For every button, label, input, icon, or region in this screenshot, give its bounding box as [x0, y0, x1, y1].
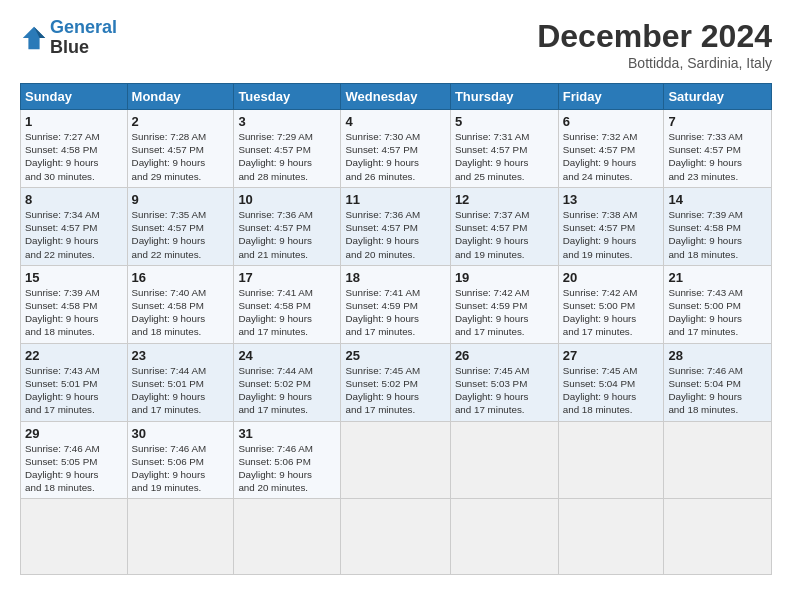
calendar-day-cell: 17Sunrise: 7:41 AM Sunset: 4:58 PM Dayli… — [234, 265, 341, 343]
day-number: 21 — [668, 270, 767, 285]
day-detail: Sunrise: 7:45 AM Sunset: 5:04 PM Dayligh… — [563, 364, 660, 417]
calendar-day-cell: 6Sunrise: 7:32 AM Sunset: 4:57 PM Daylig… — [558, 110, 664, 188]
logo-icon — [20, 24, 48, 52]
day-detail: Sunrise: 7:42 AM Sunset: 5:00 PM Dayligh… — [563, 286, 660, 339]
calendar-day-cell: 4Sunrise: 7:30 AM Sunset: 4:57 PM Daylig… — [341, 110, 450, 188]
logo: General Blue — [20, 18, 117, 58]
day-detail: Sunrise: 7:39 AM Sunset: 4:58 PM Dayligh… — [25, 286, 123, 339]
day-number: 22 — [25, 348, 123, 363]
day-number: 24 — [238, 348, 336, 363]
day-number: 29 — [25, 426, 123, 441]
day-number: 14 — [668, 192, 767, 207]
calendar-day-cell: 10Sunrise: 7:36 AM Sunset: 4:57 PM Dayli… — [234, 187, 341, 265]
day-detail: Sunrise: 7:34 AM Sunset: 4:57 PM Dayligh… — [25, 208, 123, 261]
day-detail: Sunrise: 7:41 AM Sunset: 4:58 PM Dayligh… — [238, 286, 336, 339]
day-number: 25 — [345, 348, 445, 363]
day-detail: Sunrise: 7:40 AM Sunset: 4:58 PM Dayligh… — [132, 286, 230, 339]
col-sunday: Sunday — [21, 84, 128, 110]
day-number: 9 — [132, 192, 230, 207]
day-detail: Sunrise: 7:38 AM Sunset: 4:57 PM Dayligh… — [563, 208, 660, 261]
day-detail: Sunrise: 7:29 AM Sunset: 4:57 PM Dayligh… — [238, 130, 336, 183]
calendar-header-row: Sunday Monday Tuesday Wednesday Thursday… — [21, 84, 772, 110]
calendar-day-cell: 20Sunrise: 7:42 AM Sunset: 5:00 PM Dayli… — [558, 265, 664, 343]
col-saturday: Saturday — [664, 84, 772, 110]
calendar-day-cell: 21Sunrise: 7:43 AM Sunset: 5:00 PM Dayli… — [664, 265, 772, 343]
day-detail: Sunrise: 7:43 AM Sunset: 5:01 PM Dayligh… — [25, 364, 123, 417]
page-container: General Blue December 2024 Bottidda, Sar… — [0, 0, 792, 585]
col-tuesday: Tuesday — [234, 84, 341, 110]
col-wednesday: Wednesday — [341, 84, 450, 110]
day-number: 7 — [668, 114, 767, 129]
day-number: 19 — [455, 270, 554, 285]
day-number: 20 — [563, 270, 660, 285]
day-detail: Sunrise: 7:36 AM Sunset: 4:57 PM Dayligh… — [345, 208, 445, 261]
calendar-day-cell: 16Sunrise: 7:40 AM Sunset: 4:58 PM Dayli… — [127, 265, 234, 343]
day-number: 31 — [238, 426, 336, 441]
calendar-day-cell: 7Sunrise: 7:33 AM Sunset: 4:57 PM Daylig… — [664, 110, 772, 188]
calendar-day-cell — [127, 499, 234, 575]
col-friday: Friday — [558, 84, 664, 110]
day-number: 13 — [563, 192, 660, 207]
day-detail: Sunrise: 7:46 AM Sunset: 5:06 PM Dayligh… — [238, 442, 336, 495]
day-detail: Sunrise: 7:43 AM Sunset: 5:00 PM Dayligh… — [668, 286, 767, 339]
logo-line1: General — [50, 17, 117, 37]
calendar-day-cell: 9Sunrise: 7:35 AM Sunset: 4:57 PM Daylig… — [127, 187, 234, 265]
day-number: 10 — [238, 192, 336, 207]
calendar-table: Sunday Monday Tuesday Wednesday Thursday… — [20, 83, 772, 575]
day-detail: Sunrise: 7:28 AM Sunset: 4:57 PM Dayligh… — [132, 130, 230, 183]
calendar-week-row: 8Sunrise: 7:34 AM Sunset: 4:57 PM Daylig… — [21, 187, 772, 265]
logo-line2: Blue — [50, 38, 117, 58]
calendar-day-cell: 8Sunrise: 7:34 AM Sunset: 4:57 PM Daylig… — [21, 187, 128, 265]
day-detail: Sunrise: 7:44 AM Sunset: 5:01 PM Dayligh… — [132, 364, 230, 417]
calendar-day-cell: 23Sunrise: 7:44 AM Sunset: 5:01 PM Dayli… — [127, 343, 234, 421]
calendar-day-cell — [21, 499, 128, 575]
calendar-day-cell — [664, 499, 772, 575]
day-detail: Sunrise: 7:42 AM Sunset: 4:59 PM Dayligh… — [455, 286, 554, 339]
day-detail: Sunrise: 7:33 AM Sunset: 4:57 PM Dayligh… — [668, 130, 767, 183]
calendar-day-cell: 25Sunrise: 7:45 AM Sunset: 5:02 PM Dayli… — [341, 343, 450, 421]
day-number: 4 — [345, 114, 445, 129]
day-number: 23 — [132, 348, 230, 363]
day-detail: Sunrise: 7:41 AM Sunset: 4:59 PM Dayligh… — [345, 286, 445, 339]
col-thursday: Thursday — [450, 84, 558, 110]
day-number: 27 — [563, 348, 660, 363]
day-number: 1 — [25, 114, 123, 129]
calendar-day-cell: 19Sunrise: 7:42 AM Sunset: 4:59 PM Dayli… — [450, 265, 558, 343]
calendar-day-cell — [558, 499, 664, 575]
calendar-day-cell: 2Sunrise: 7:28 AM Sunset: 4:57 PM Daylig… — [127, 110, 234, 188]
day-number: 30 — [132, 426, 230, 441]
day-detail: Sunrise: 7:31 AM Sunset: 4:57 PM Dayligh… — [455, 130, 554, 183]
day-number: 6 — [563, 114, 660, 129]
day-number: 18 — [345, 270, 445, 285]
day-detail: Sunrise: 7:46 AM Sunset: 5:04 PM Dayligh… — [668, 364, 767, 417]
day-number: 15 — [25, 270, 123, 285]
calendar-day-cell — [341, 499, 450, 575]
logo-text: General Blue — [50, 18, 117, 58]
day-detail: Sunrise: 7:44 AM Sunset: 5:02 PM Dayligh… — [238, 364, 336, 417]
calendar-day-cell: 27Sunrise: 7:45 AM Sunset: 5:04 PM Dayli… — [558, 343, 664, 421]
title-block: December 2024 Bottidda, Sardinia, Italy — [537, 18, 772, 71]
day-detail: Sunrise: 7:46 AM Sunset: 5:06 PM Dayligh… — [132, 442, 230, 495]
calendar-day-cell — [664, 421, 772, 499]
day-detail: Sunrise: 7:30 AM Sunset: 4:57 PM Dayligh… — [345, 130, 445, 183]
calendar-day-cell — [450, 499, 558, 575]
calendar-subtitle: Bottidda, Sardinia, Italy — [537, 55, 772, 71]
day-detail: Sunrise: 7:32 AM Sunset: 4:57 PM Dayligh… — [563, 130, 660, 183]
calendar-day-cell: 3Sunrise: 7:29 AM Sunset: 4:57 PM Daylig… — [234, 110, 341, 188]
calendar-week-row: 15Sunrise: 7:39 AM Sunset: 4:58 PM Dayli… — [21, 265, 772, 343]
col-monday: Monday — [127, 84, 234, 110]
calendar-day-cell: 11Sunrise: 7:36 AM Sunset: 4:57 PM Dayli… — [341, 187, 450, 265]
day-number: 16 — [132, 270, 230, 285]
day-number: 2 — [132, 114, 230, 129]
day-detail: Sunrise: 7:46 AM Sunset: 5:05 PM Dayligh… — [25, 442, 123, 495]
page-header: General Blue December 2024 Bottidda, Sar… — [20, 18, 772, 71]
calendar-day-cell: 13Sunrise: 7:38 AM Sunset: 4:57 PM Dayli… — [558, 187, 664, 265]
calendar-day-cell: 5Sunrise: 7:31 AM Sunset: 4:57 PM Daylig… — [450, 110, 558, 188]
calendar-week-row: 1Sunrise: 7:27 AM Sunset: 4:58 PM Daylig… — [21, 110, 772, 188]
day-number: 11 — [345, 192, 445, 207]
day-number: 5 — [455, 114, 554, 129]
calendar-title: December 2024 — [537, 18, 772, 55]
day-number: 17 — [238, 270, 336, 285]
calendar-day-cell: 1Sunrise: 7:27 AM Sunset: 4:58 PM Daylig… — [21, 110, 128, 188]
calendar-day-cell — [558, 421, 664, 499]
